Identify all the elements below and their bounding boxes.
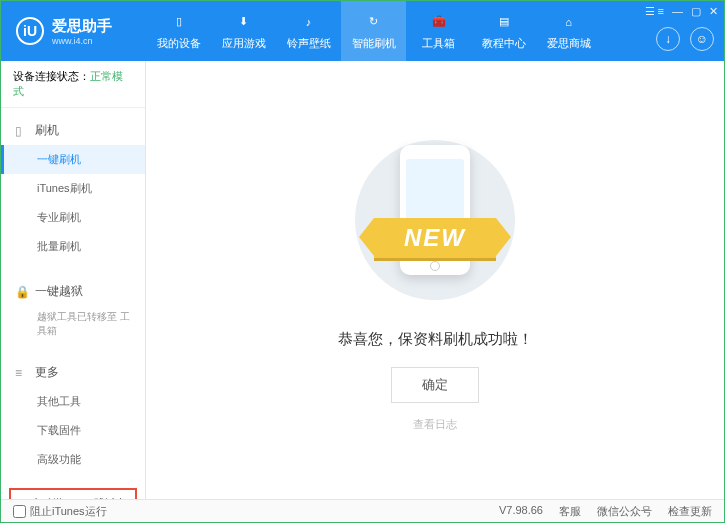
success-message: 恭喜您，保资料刷机成功啦！ bbox=[338, 330, 533, 349]
nav-tab-0[interactable]: ▯我的设备 bbox=[146, 1, 211, 61]
nav-tab-label: 教程中心 bbox=[482, 36, 526, 51]
service-link[interactable]: 客服 bbox=[559, 504, 581, 519]
lock-icon: 🔒 bbox=[15, 285, 29, 299]
sidebar-more-title: 更多 bbox=[35, 364, 59, 381]
nav-tab-6[interactable]: ⌂爱思商城 bbox=[536, 1, 601, 61]
device-status: 设备连接状态：正常模式 bbox=[1, 61, 145, 108]
close-button[interactable]: ✕ bbox=[709, 5, 718, 18]
sidebar-item-more-2[interactable]: 高级功能 bbox=[1, 445, 145, 474]
new-banner: NEW bbox=[374, 218, 496, 258]
wechat-link[interactable]: 微信公众号 bbox=[597, 504, 652, 519]
nav-tab-label: 智能刷机 bbox=[352, 36, 396, 51]
refresh-icon: ↻ bbox=[364, 12, 384, 32]
window-controls: ☰ ≡ — ▢ ✕ bbox=[645, 5, 718, 18]
menu-icon[interactable]: ☰ ≡ bbox=[645, 5, 664, 18]
nav-tab-3[interactable]: ↻智能刷机 bbox=[341, 1, 406, 61]
sidebar-section-jailbreak[interactable]: 🔒一键越狱 bbox=[1, 277, 145, 306]
confirm-button[interactable]: 确定 bbox=[391, 367, 479, 403]
version-label: V7.98.66 bbox=[499, 504, 543, 519]
sidebar-jailbreak-title: 一键越狱 bbox=[35, 283, 83, 300]
phone-icon: ▯ bbox=[15, 124, 29, 138]
app-name: 爱思助手 bbox=[52, 17, 112, 36]
block-itunes-label: 阻止iTunes运行 bbox=[30, 504, 107, 519]
nav-tab-label: 我的设备 bbox=[157, 36, 201, 51]
shop-icon: ⌂ bbox=[559, 12, 579, 32]
download-icon[interactable]: ↓ bbox=[656, 27, 680, 51]
logo-icon: iU bbox=[16, 17, 44, 45]
nav-tabs: ▯我的设备⬇应用游戏♪铃声壁纸↻智能刷机🧰工具箱▤教程中心⌂爱思商城 bbox=[146, 1, 601, 61]
nav-tab-5[interactable]: ▤教程中心 bbox=[471, 1, 536, 61]
main-content: NEW 恭喜您，保资料刷机成功啦！ 确定 查看日志 bbox=[146, 61, 724, 501]
sidebar-section-flash[interactable]: ▯刷机 bbox=[1, 116, 145, 145]
sidebar-section-more[interactable]: ≡更多 bbox=[1, 358, 145, 387]
minimize-button[interactable]: — bbox=[672, 5, 683, 18]
phone-icon: ▯ bbox=[169, 12, 189, 32]
book-icon: ▤ bbox=[494, 12, 514, 32]
app-site: www.i4.cn bbox=[52, 36, 112, 46]
status-bar: 阻止iTunes运行 V7.98.66 客服 微信公众号 检查更新 bbox=[1, 499, 724, 522]
nav-tab-2[interactable]: ♪铃声壁纸 bbox=[276, 1, 341, 61]
sidebar-item-flash-3[interactable]: 批量刷机 bbox=[1, 232, 145, 261]
sidebar: 设备连接状态：正常模式 ▯刷机 一键刷机iTunes刷机专业刷机批量刷机 🔒一键… bbox=[1, 61, 146, 501]
nav-tab-label: 爱思商城 bbox=[547, 36, 591, 51]
logo: iU 爱思助手 www.i4.cn bbox=[1, 17, 146, 46]
sidebar-item-flash-1[interactable]: iTunes刷机 bbox=[1, 174, 145, 203]
app-header: iU 爱思助手 www.i4.cn ▯我的设备⬇应用游戏♪铃声壁纸↻智能刷机🧰工… bbox=[1, 1, 724, 61]
maximize-button[interactable]: ▢ bbox=[691, 5, 701, 18]
sidebar-item-more-1[interactable]: 下载固件 bbox=[1, 416, 145, 445]
hamburger-icon: ≡ bbox=[15, 366, 29, 380]
sidebar-item-flash-0[interactable]: 一键刷机 bbox=[1, 145, 145, 174]
user-icon[interactable]: ☺ bbox=[690, 27, 714, 51]
success-illustration: NEW bbox=[345, 130, 525, 310]
sidebar-item-flash-2[interactable]: 专业刷机 bbox=[1, 203, 145, 232]
update-link[interactable]: 检查更新 bbox=[668, 504, 712, 519]
view-log-link[interactable]: 查看日志 bbox=[413, 417, 457, 432]
toolbox-icon: 🧰 bbox=[429, 12, 449, 32]
nav-tab-label: 铃声壁纸 bbox=[287, 36, 331, 51]
nav-tab-label: 工具箱 bbox=[422, 36, 455, 51]
device-status-label: 设备连接状态： bbox=[13, 70, 90, 82]
nav-tab-1[interactable]: ⬇应用游戏 bbox=[211, 1, 276, 61]
sidebar-item-more-0[interactable]: 其他工具 bbox=[1, 387, 145, 416]
nav-tab-label: 应用游戏 bbox=[222, 36, 266, 51]
jailbreak-note: 越狱工具已转移至 工具箱 bbox=[1, 306, 145, 342]
nav-tab-4[interactable]: 🧰工具箱 bbox=[406, 1, 471, 61]
header-actions: ↓ ☺ bbox=[656, 27, 714, 51]
music-icon: ♪ bbox=[299, 12, 319, 32]
app-icon: ⬇ bbox=[234, 12, 254, 32]
sidebar-flash-title: 刷机 bbox=[35, 122, 59, 139]
block-itunes-checkbox[interactable]: 阻止iTunes运行 bbox=[13, 504, 107, 519]
